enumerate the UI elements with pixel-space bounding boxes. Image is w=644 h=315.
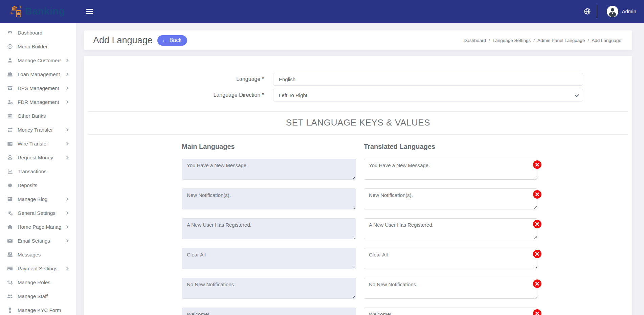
sidebar-item-label: Other Banks — [18, 113, 69, 119]
language-value-textarea[interactable]: New Notification(s). — [364, 188, 537, 209]
language-direction-label: Language Direction * — [84, 92, 264, 98]
chevron-right-icon — [65, 156, 69, 159]
sidebar-item-label: Manage KYC Form — [18, 307, 69, 313]
sidebar-item-fdr-management[interactable]: FDR Management — [0, 95, 76, 109]
language-row: New Notification(s).New Notification(s). — [182, 188, 632, 209]
sidebar-item-deposits[interactable]: Deposits — [0, 178, 76, 192]
sidebar-item-label: Wire Transfer — [18, 141, 61, 147]
breadcrumb-separator: / — [587, 38, 589, 43]
x-icon — [535, 312, 539, 315]
language-key-textarea[interactable]: No New Notifications. — [182, 278, 356, 299]
top-navbar: Banking Admin — [0, 0, 644, 23]
admin-avatar — [606, 5, 619, 18]
remove-row-button[interactable] — [533, 279, 541, 288]
inbox-check-icon — [7, 251, 13, 258]
language-key-textarea[interactable]: You Have a New Message. — [182, 159, 356, 180]
navbar-right: Admin — [583, 5, 644, 18]
sidebar-item-label: Manage Customers — [18, 58, 61, 63]
language-row: No New Notifications.No New Notification… — [182, 278, 632, 299]
sidebar-item-manage-staff[interactable]: Manage Staff — [0, 289, 76, 303]
language-value-wrap: Clear All — [364, 248, 537, 269]
sidebar-item-dps-management[interactable]: DPS Management — [0, 81, 76, 95]
language-key-textarea[interactable]: Clear All — [182, 248, 356, 269]
sidebar-item-label: Payment Settings — [18, 266, 61, 271]
sidebar-item-manage-customers[interactable]: Manage Customers — [0, 53, 76, 67]
breadcrumb-item-dashboard[interactable]: Dashboard — [464, 38, 486, 43]
language-value-textarea[interactable]: Clear All — [364, 248, 537, 269]
sidebar-item-label: Home Page Manage — [18, 224, 61, 230]
breadcrumb-item-language-settings[interactable]: Language Settings — [493, 38, 531, 43]
sidebar-item-manage-roles[interactable]: Manage Roles — [0, 275, 76, 289]
language-input[interactable] — [273, 73, 583, 86]
banking-logo-icon — [9, 4, 24, 19]
language-form-row: Language * — [84, 73, 632, 86]
sidebar-item-money-transfer[interactable]: Money Transfer — [0, 123, 76, 137]
sidebar-item-other-banks[interactable]: Other Banks — [0, 109, 76, 123]
sidebar-item-label: Messages — [18, 252, 69, 257]
sidebar-item-label: General Settings — [18, 210, 61, 216]
sidebar-item-manage-blog[interactable]: Manage Blog — [0, 192, 76, 206]
sidebar-item-home-page-manage[interactable]: Home Page Manage — [0, 220, 76, 234]
newspaper-icon — [7, 196, 13, 202]
language-row: A New User Has Registered.A New User Has… — [182, 218, 632, 239]
remove-row-button[interactable] — [533, 160, 541, 169]
sidebar-item-general-settings[interactable]: General Settings — [0, 206, 76, 220]
language-value-textarea[interactable]: You Have a New Message. — [364, 159, 537, 180]
sidebar-item-email-settings[interactable]: Email Settings — [0, 234, 76, 248]
sidebar-menu: DashboardMenu BuilderManage CustomersLoa… — [0, 26, 76, 315]
chevron-right-icon — [65, 198, 69, 201]
language-key-textarea[interactable]: A New User Has Registered. — [182, 218, 356, 239]
sidebar-item-request-money[interactable]: Request Money — [0, 151, 76, 164]
language-key-textarea[interactable]: Welcome! — [182, 308, 356, 315]
sidebar-item-transactions[interactable]: Transactions — [0, 164, 76, 178]
chevron-right-icon — [65, 59, 69, 62]
sidebar-item-label: Manage Staff — [18, 293, 69, 299]
remove-row-button[interactable] — [533, 309, 541, 315]
sidebar-item-messages[interactable]: Messages — [0, 248, 76, 262]
sidebar-item-label: Transactions — [18, 168, 69, 174]
main-languages-header: Main Languages — [182, 143, 364, 151]
cash-register-icon — [7, 71, 13, 77]
x-icon — [535, 193, 539, 196]
exchange-icon — [7, 127, 13, 133]
remove-row-button[interactable] — [533, 190, 541, 199]
envelope-icon — [7, 238, 13, 244]
main-content: Add Language ← Back Dashboard/Language S… — [76, 23, 644, 315]
add-language-card: Language * Language Direction * Left To … — [84, 56, 632, 315]
remove-row-button[interactable] — [533, 250, 541, 258]
chevron-right-icon — [65, 239, 69, 243]
sidebar-item-loan-management[interactable]: Loan Management — [0, 67, 76, 81]
sidebar-item-payment-settings[interactable]: Payment Settings — [0, 262, 76, 275]
user-menu[interactable]: Admin — [606, 5, 636, 18]
user-icon — [7, 57, 13, 64]
remove-row-button[interactable] — [533, 220, 541, 228]
sidebar-item-manage-kyc-form[interactable]: Manage KYC Form — [0, 303, 76, 315]
crop-icon — [7, 279, 13, 286]
divider — [88, 134, 628, 135]
brand[interactable]: Banking — [0, 4, 76, 19]
breadcrumb-item-add-language: Add Language — [592, 38, 621, 43]
language-globe-icon[interactable] — [583, 7, 591, 15]
sidebar-toggle-hamburger-icon[interactable] — [85, 7, 94, 16]
sidebar-item-dashboard[interactable]: Dashboard — [0, 26, 76, 40]
sidebar-item-label: Manage Roles — [18, 279, 69, 285]
language-value-textarea[interactable]: A New User Has Registered. — [364, 218, 537, 239]
piggy-bank-icon — [7, 182, 13, 188]
language-value-wrap: No New Notifications. — [364, 278, 537, 299]
sidebar-item-label: Manage Blog — [18, 196, 61, 202]
chevron-right-icon — [65, 100, 69, 104]
language-value-textarea[interactable]: No New Notifications. — [364, 278, 537, 299]
language-direction-select[interactable]: Left To Right — [273, 89, 583, 102]
chevron-right-icon — [65, 128, 69, 132]
sidebar-item-label: Loan Management — [18, 71, 61, 77]
sidebar-item-menu-builder[interactable]: Menu Builder — [0, 40, 76, 53]
sidebar: DashboardMenu BuilderManage CustomersLoa… — [0, 23, 76, 315]
back-button[interactable]: ← Back — [157, 35, 187, 46]
chart-line-icon — [7, 168, 13, 175]
language-key-textarea[interactable]: New Notification(s). — [182, 188, 356, 209]
breadcrumb-item-admin-panel-language[interactable]: Admin Panel Language — [537, 38, 585, 43]
sidebar-item-wire-transfer[interactable]: Wire Transfer — [0, 137, 76, 151]
language-value-textarea[interactable]: Welcome! — [364, 308, 537, 315]
brand-text: Banking — [25, 6, 65, 17]
sidebar-item-label: Dashboard — [18, 30, 69, 36]
